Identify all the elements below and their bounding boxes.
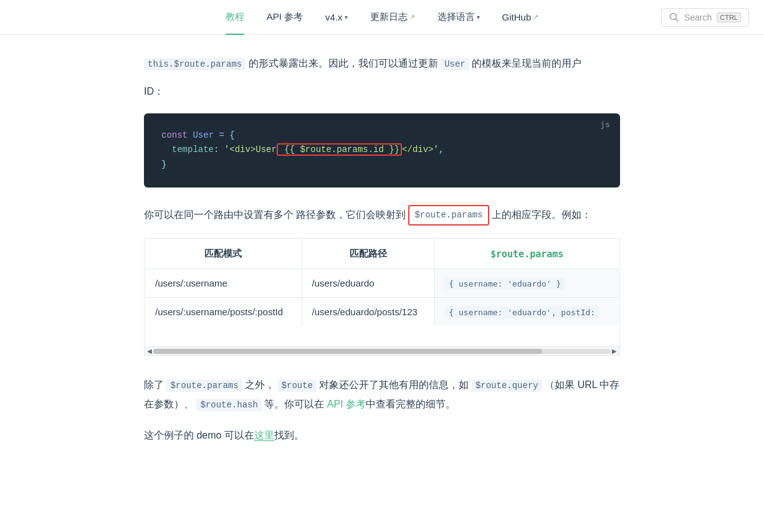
scroll-track[interactable] xyxy=(153,349,611,354)
cell-path-1: /users/eduardo xyxy=(302,269,435,298)
nav-items: 教程 API 参考 v4.x ▾ 更新日志 ↗ 选择语言 ▾ GitHub ↗ xyxy=(217,0,548,35)
nav-version[interactable]: v4.x ▾ xyxy=(317,0,356,35)
demo-paragraph: 这个例子的 demo 可以在这里找到。 xyxy=(144,426,620,445)
search-button[interactable]: Search CTRL xyxy=(661,8,749,27)
search-icon xyxy=(669,12,679,22)
intro-paragraph: this.$route.params 的形式暴露出来。因此，我们可以通过更新 U… xyxy=(144,55,620,73)
route-params-highlight: $route.params xyxy=(408,205,489,226)
params-code-2: { username: 'eduardo', postId: xyxy=(445,306,599,318)
nav-language-dropdown: 选择语言 ▾ xyxy=(437,11,480,23)
api-ref-link[interactable]: API 参考 xyxy=(327,399,366,409)
route-params-code-2: $route.params xyxy=(166,379,242,392)
scroll-bar[interactable]: ◀ ▶ xyxy=(145,346,619,355)
col-path: 匹配路径 xyxy=(302,239,435,269)
scroll-right-icon[interactable]: ▶ xyxy=(612,348,617,354)
table-body: /users/:username /users/eduardo { userna… xyxy=(145,269,619,326)
route-code: $route xyxy=(278,379,317,392)
table-row: /users/:username/posts/:postId /users/ed… xyxy=(145,298,619,326)
params-paragraph: 你可以在同一个路由中设置有多个 路径参数，它们会映射到 $route.param… xyxy=(144,205,620,226)
cell-params-1: { username: 'eduardo' } xyxy=(435,269,619,298)
cell-params-2: { username: 'eduardo', postId: xyxy=(435,298,619,326)
chevron-down-icon: ▾ xyxy=(345,14,348,21)
chevron-down-icon-2: ▾ xyxy=(477,14,480,21)
cell-pattern-1: /users/:username xyxy=(145,269,302,298)
params-code-1: { username: 'eduardo' } xyxy=(445,278,565,290)
user-label-code: User xyxy=(441,58,469,70)
nav-api-ref[interactable]: API 参考 xyxy=(258,0,312,35)
search-label: Search xyxy=(684,12,712,22)
params-table-container[interactable]: 匹配模式 匹配路径 $route.params /users/:username… xyxy=(144,238,620,356)
nav-language[interactable]: 选择语言 ▾ xyxy=(429,0,489,35)
code-lang-label: js xyxy=(600,120,610,129)
col-pattern: 匹配模式 xyxy=(145,239,302,269)
main-content: this.$route.params 的形式暴露出来。因此，我们可以通过更新 U… xyxy=(114,35,650,475)
bottom-paragraph: 除了 $route.params 之外， $route 对象还公开了其他有用的信… xyxy=(144,376,620,414)
nav-github[interactable]: GitHub ↗ xyxy=(494,0,548,35)
id-label: ID： xyxy=(144,83,620,101)
table-row: /users/:username /users/eduardo { userna… xyxy=(145,269,619,298)
external-link-icon: ↗ xyxy=(409,13,415,21)
scroll-left-icon[interactable]: ◀ xyxy=(147,348,152,354)
scroll-thumb xyxy=(153,349,542,354)
col-params: $route.params xyxy=(435,239,619,269)
external-link-icon-2: ↗ xyxy=(533,13,538,21)
svg-line-1 xyxy=(676,19,678,21)
cell-path-2: /users/eduardo/posts/123 xyxy=(302,298,435,326)
code-content: const User = { template: '<div>User {{ $… xyxy=(161,128,603,173)
nav-changelog[interactable]: 更新日志 ↗ xyxy=(361,0,424,35)
nav-version-dropdown: v4.x ▾ xyxy=(325,12,348,22)
table-header-row: 匹配模式 匹配路径 $route.params xyxy=(145,239,619,269)
table-header: 匹配模式 匹配路径 $route.params xyxy=(145,239,619,269)
route-params-code-inline: this.$route.params xyxy=(144,58,246,70)
nav-tutorial[interactable]: 教程 xyxy=(217,0,253,35)
route-hash-code: $route.hash xyxy=(196,399,261,411)
search-shortcut: CTRL xyxy=(717,12,741,22)
cell-pattern-2: /users/:username/posts/:postId xyxy=(145,298,302,326)
route-query-code: $route.query xyxy=(472,379,542,392)
demo-link[interactable]: 这里 xyxy=(254,430,274,441)
navigation: 教程 API 参考 v4.x ▾ 更新日志 ↗ 选择语言 ▾ GitHub ↗ xyxy=(0,0,764,35)
params-table: 匹配模式 匹配路径 $route.params /users/:username… xyxy=(145,239,619,326)
code-block: js const User = { template: '<div>User {… xyxy=(144,113,620,188)
